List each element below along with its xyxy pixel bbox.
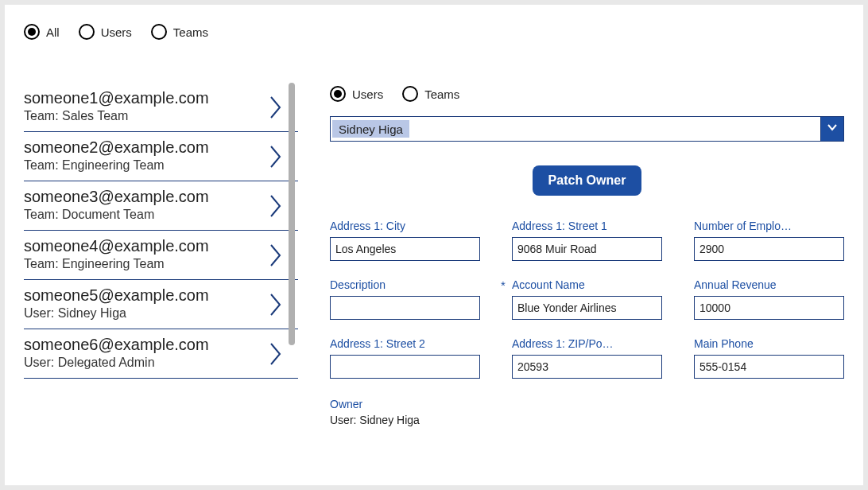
chevron-right-icon [269,95,282,119]
list-item-title: someone2@example.com [24,138,266,157]
patch-owner-button[interactable]: Patch Owner [533,165,642,196]
city-input[interactable] [330,237,480,261]
owner-value: User: Sidney Higa [330,414,844,426]
owner-select-value: Sidney Higa [332,120,409,138]
field-label: Number of Emplo… [694,220,844,232]
chevron-right-icon [269,194,282,218]
list-item[interactable]: someone2@example.comTeam: Engineering Te… [24,132,298,181]
employees-input[interactable] [694,237,844,261]
radio-dot-icon [330,86,346,102]
list-item[interactable]: someone5@example.comUser: Sidney Higa [24,280,298,329]
radio-label: All [46,25,60,39]
radio-teams[interactable]: Teams [151,24,208,40]
chevron-right-icon [269,293,282,317]
radio-label: Users [101,25,132,39]
app-frame: All Users Teams someone1@example.comTeam… [5,5,863,485]
radio-label: Teams [424,88,459,101]
zip-input[interactable] [512,355,662,379]
radio-label: Users [352,88,383,101]
field-phone: Main Phone [694,337,844,379]
detail-pane: Users Teams Sidney Higa Patch Own [298,83,863,472]
radio-users-detail[interactable]: Users [330,86,383,102]
list-item-title: someone5@example.com [24,286,266,305]
list-item[interactable]: someone3@example.comTeam: Document Team [24,181,298,231]
list-pane: someone1@example.comTeam: Sales Teamsome… [5,83,298,472]
radio-circle-icon [151,24,167,40]
field-label: Address 1: City [330,220,480,232]
radio-users[interactable]: Users [79,24,132,40]
street2-input[interactable] [330,355,480,379]
field-revenue: Annual Revenue [694,278,844,320]
chevron-right-icon [269,145,282,169]
list-item[interactable]: someone4@example.comTeam: Engineering Te… [24,231,298,280]
radio-all[interactable]: All [24,24,60,40]
field-street1: Address 1: Street 1 [512,220,662,261]
phone-input[interactable] [694,355,844,379]
fields-grid: Address 1: City Address 1: Street 1 Numb… [330,220,844,379]
list-item-title: someone3@example.com [24,188,266,206]
owner-select[interactable]: Sidney Higa [330,116,821,142]
field-label: Account Name [512,278,662,291]
field-label: Address 1: ZIP/Po… [512,337,662,350]
list-item-title: someone1@example.com [24,89,266,107]
list-item[interactable]: someone1@example.comTeam: Sales Team [24,83,298,132]
field-label: Description [330,278,480,291]
chevron-right-icon [269,342,282,366]
description-input[interactable] [330,296,480,320]
patch-button-row: Patch Owner [330,165,844,196]
field-city: Address 1: City [330,220,480,261]
scrollbar[interactable] [289,83,295,345]
radio-circle-icon [402,86,418,102]
field-label: Annual Revenue [694,278,844,291]
street1-input[interactable] [512,237,662,261]
top-radio-group: All Users Teams [5,5,863,40]
field-description: Description [330,278,480,320]
chevron-right-icon [269,243,282,267]
required-star-icon: * [501,278,506,292]
field-label: Address 1: Street 2 [330,337,480,350]
account-input[interactable] [512,296,662,320]
list-item-title: someone6@example.com [24,336,266,354]
owner-block: Owner User: Sidney Higa [330,398,844,426]
list-item-sub: Team: Document Team [24,208,266,222]
field-label: Main Phone [694,337,844,350]
main-content: someone1@example.comTeam: Sales Teamsome… [5,83,863,472]
owner-select-row: Sidney Higa [330,116,844,142]
list-item-sub: User: Sidney Higa [24,306,266,321]
field-employees: Number of Emplo… [694,220,844,261]
field-account: * Account Name [512,278,662,320]
chevron-down-icon [827,122,838,136]
revenue-input[interactable] [694,296,844,320]
field-street2: Address 1: Street 2 [330,337,480,379]
owner-select-button[interactable] [820,116,844,142]
list-item-title: someone4@example.com [24,237,266,255]
field-label: Address 1: Street 1 [512,220,662,232]
list-item-sub: Team: Engineering Team [24,257,266,271]
list-item-sub: User: Delegated Admin [24,356,266,370]
list-item-sub: Team: Sales Team [24,109,266,123]
list-item[interactable]: someone6@example.comUser: Delegated Admi… [24,329,298,379]
radio-label: Teams [173,25,208,39]
owner-label: Owner [330,398,844,410]
detail-radio-group: Users Teams [330,86,844,102]
list-item-sub: Team: Engineering Team [24,158,266,173]
field-zip: Address 1: ZIP/Po… [512,337,662,379]
radio-dot-icon [24,24,40,40]
radio-circle-icon [79,24,95,40]
radio-teams-detail[interactable]: Teams [402,86,459,102]
